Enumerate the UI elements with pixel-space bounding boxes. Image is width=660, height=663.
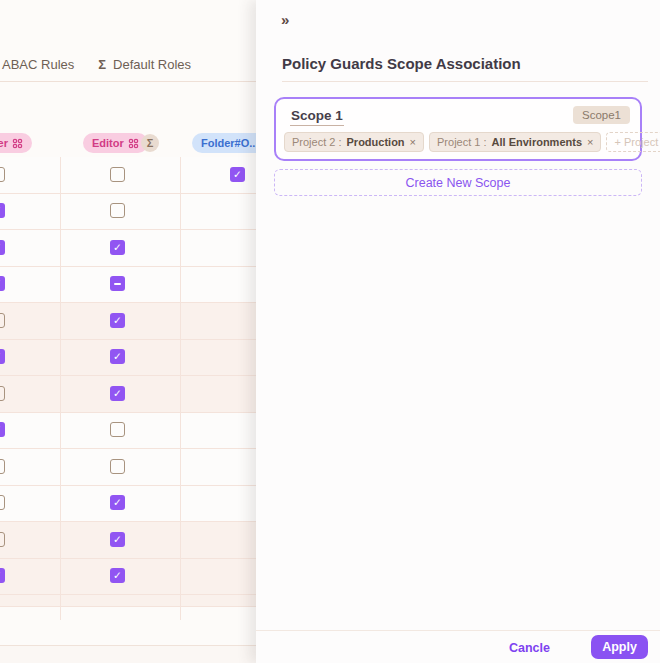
scope-name-input[interactable]: Scope 1 (290, 108, 344, 126)
row-checkbox[interactable] (110, 459, 125, 474)
table-row (0, 376, 260, 413)
column-pill-editor[interactable]: Editor (83, 133, 148, 153)
table-row (0, 413, 260, 450)
row-checkbox[interactable] (110, 349, 125, 364)
tab-bar: ABAC Rules Σ Default Roles (2, 57, 191, 72)
table-row (0, 194, 260, 231)
row-checkbox[interactable] (110, 167, 125, 182)
remove-chip-icon[interactable]: × (587, 137, 593, 148)
scope-filter-chip: Project 1 : All Environments× (429, 132, 601, 152)
scope-chips-row: Project 2 : Production×Project 1 : All E… (284, 132, 660, 152)
permissions-table (0, 157, 260, 607)
chip-label: Project 1 : (437, 136, 487, 148)
row-checkbox[interactable] (0, 203, 5, 218)
chip-label: Project 2 : (292, 136, 342, 148)
panel-title: Policy Guards Scope Association (282, 55, 521, 72)
tab-label: ABAC Rules (2, 57, 74, 72)
scope-card: Scope 1 Scope1 Project 2 : Production×Pr… (274, 97, 642, 161)
table-row (0, 486, 260, 523)
row-checkbox[interactable] (0, 459, 5, 474)
table-row (0, 522, 260, 559)
row-checkbox[interactable] (110, 203, 125, 218)
tab-label: Default Roles (113, 57, 191, 72)
row-checkbox[interactable] (0, 386, 5, 401)
row-checkbox[interactable] (110, 532, 125, 547)
apply-button[interactable]: Apply (591, 635, 648, 659)
table-row (0, 303, 260, 340)
row-checkbox[interactable] (0, 349, 5, 364)
grid-icon (128, 138, 139, 149)
sigma-aggregate-badge[interactable]: Σ (141, 134, 159, 152)
create-new-scope-button[interactable]: Create New Scope (274, 169, 642, 196)
table-row (0, 340, 260, 377)
column-label: Editor (92, 137, 124, 149)
divider (0, 81, 256, 82)
table-row (0, 449, 260, 486)
column-divider (180, 157, 181, 620)
row-checkbox[interactable] (110, 495, 125, 510)
tab-abac-rules[interactable]: ABAC Rules (2, 57, 74, 72)
table-footer-strip (0, 646, 256, 663)
table-row (0, 559, 260, 596)
divider (256, 630, 660, 631)
row-checkbox[interactable] (0, 422, 5, 437)
row-checkbox[interactable] (0, 495, 5, 510)
scope-id-badge: Scope1 (573, 106, 630, 124)
add-chip-placeholder[interactable]: + Project : Environment (606, 132, 660, 152)
table-row (0, 157, 260, 194)
app-root: ABAC Rules Σ Default Roles er Editor (0, 0, 660, 663)
row-checkbox[interactable] (0, 167, 5, 182)
row-checkbox[interactable] (0, 313, 5, 328)
remove-chip-icon[interactable]: × (410, 137, 416, 148)
chip-value: Production (347, 136, 405, 148)
cancel-button[interactable]: Cancle (509, 641, 550, 655)
chip-value: All Environments (492, 136, 582, 148)
column-divider (60, 157, 61, 620)
row-checkbox[interactable] (110, 240, 125, 255)
row-checkbox[interactable] (0, 240, 5, 255)
table-row (0, 595, 260, 607)
scope-filter-chip: Project 2 : Production× (284, 132, 424, 152)
table-column-headers: er Editor Σ Folder#O... (0, 133, 256, 154)
column-label: er (0, 137, 8, 149)
table-row (0, 267, 260, 304)
row-checkbox[interactable] (0, 568, 5, 583)
row-checkbox[interactable] (110, 313, 125, 328)
grid-icon (12, 138, 23, 149)
row-checkbox[interactable] (110, 386, 125, 401)
row-checkbox[interactable] (230, 167, 245, 182)
row-checkbox[interactable] (0, 276, 5, 291)
collapse-panel-icon[interactable]: » (281, 11, 288, 28)
tab-default-roles[interactable]: Σ Default Roles (98, 57, 191, 72)
scope-association-panel: » Policy Guards Scope Association Scope … (256, 0, 660, 663)
row-checkbox[interactable] (110, 422, 125, 437)
divider (282, 81, 648, 82)
column-label: Folder#O... (201, 137, 258, 149)
sigma-icon: Σ (98, 57, 106, 72)
table-row (0, 230, 260, 267)
row-checkbox[interactable] (110, 568, 125, 583)
column-pill-cut[interactable]: er (0, 133, 32, 153)
row-checkbox[interactable] (110, 276, 125, 291)
row-checkbox[interactable] (0, 532, 5, 547)
